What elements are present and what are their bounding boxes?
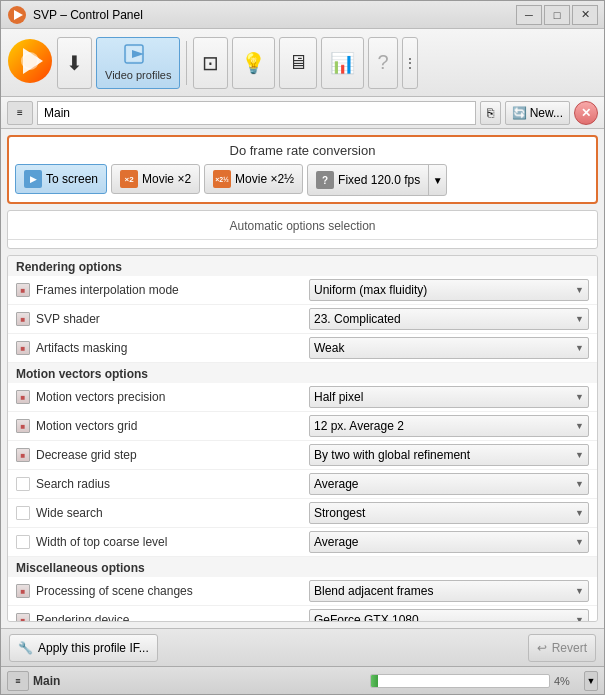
settings-panel: Rendering options ■ Frames interpolation… xyxy=(7,255,598,622)
screen-icon: ▶ xyxy=(24,170,42,188)
title-text: SVP – Control Panel xyxy=(33,8,516,22)
wide-search-checkbox[interactable] xyxy=(16,506,30,520)
frc-fixed-fps-button[interactable]: ? Fixed 120.0 fps ▼ xyxy=(307,164,447,196)
scene-changes-select[interactable]: Blend adjacent frames ▼ xyxy=(309,580,589,602)
lamp-button[interactable]: 💡 xyxy=(232,37,275,89)
motion-section-header: Motion vectors options xyxy=(8,363,597,383)
artifacts-mask-checkbox[interactable]: ■ xyxy=(16,341,30,355)
status-percent-label: 4% xyxy=(554,675,582,687)
mv-grid-checkbox[interactable]: ■ xyxy=(16,419,30,433)
revert-button[interactable]: ↩ Revert xyxy=(528,634,596,662)
chart-icon: 📊 xyxy=(330,51,355,75)
rendering-header-label: Rendering options xyxy=(16,260,122,274)
rendering-section-header: Rendering options xyxy=(8,256,597,276)
select-arrow-icon: ▼ xyxy=(575,479,584,489)
profile-menu-button[interactable]: ≡ xyxy=(7,101,33,125)
search-radius-select[interactable]: Average ▼ xyxy=(309,473,589,495)
frc-movie-x2-button[interactable]: ×2 Movie ×2 xyxy=(111,164,200,194)
mv-grid-value: 12 px. Average 2 ▼ xyxy=(309,415,589,437)
rendering-device-select[interactable]: GeForce GTX 1080 ▼ xyxy=(309,609,589,622)
mv-precision-select[interactable]: Half pixel ▼ xyxy=(309,386,589,408)
rendering-device-value: GeForce GTX 1080 ▼ xyxy=(309,609,589,622)
copy-profile-button[interactable]: ⎘ xyxy=(480,101,501,125)
status-menu-icon: ≡ xyxy=(15,676,20,686)
select-arrow-icon: ▼ xyxy=(575,421,584,431)
frc-buttons: ▶ To screen ×2 Movie ×2 ×2½ Movie ×2½ ? xyxy=(15,164,590,196)
svp-shader-value: 23. Complicated ▼ xyxy=(309,308,589,330)
table-row: ■ Motion vectors grid 12 px. Average 2 ▼ xyxy=(8,412,597,441)
status-menu-button[interactable]: ≡ xyxy=(7,671,29,691)
decrease-grid-checkbox[interactable]: ■ xyxy=(16,448,30,462)
close-button[interactable]: ✕ xyxy=(572,5,598,25)
apply-profile-button[interactable]: 🔧 Apply this profile IF... xyxy=(9,634,158,662)
app-logo xyxy=(7,38,53,87)
download-button[interactable]: ⬇ xyxy=(57,37,92,89)
scene-changes-checkbox[interactable]: ■ xyxy=(16,584,30,598)
frames-interp-checkbox[interactable]: ■ xyxy=(16,283,30,297)
svp-shader-checkbox[interactable]: ■ xyxy=(16,312,30,326)
rendering-device-checkbox[interactable]: ■ xyxy=(16,613,30,622)
frames-interp-select[interactable]: Uniform (max fluidity) ▼ xyxy=(309,279,589,301)
auto-options-title: Automatic options selection xyxy=(8,215,597,240)
help-button[interactable]: ? xyxy=(368,37,397,89)
new-profile-button[interactable]: 🔄 New... xyxy=(505,101,570,125)
search-radius-value: Average ▼ xyxy=(309,473,589,495)
mv-precision-checkbox[interactable]: ■ xyxy=(16,390,30,404)
video-profiles-button[interactable]: Video profiles xyxy=(96,37,180,89)
crop-icon: ⊡ xyxy=(202,51,219,75)
wide-search-label: Wide search xyxy=(36,506,309,520)
search-radius-checkbox[interactable] xyxy=(16,477,30,491)
movie-x2half-label: Movie ×2½ xyxy=(235,172,294,186)
select-arrow-icon: ▼ xyxy=(575,314,584,324)
misc-section-header: Miscellaneous options xyxy=(8,557,597,577)
x2half-icon: ×2½ xyxy=(213,170,231,188)
help-icon: ? xyxy=(377,51,388,74)
status-dropdown-button[interactable]: ▼ xyxy=(584,671,598,691)
frc-section: Do frame rate conversion ▶ To screen ×2 … xyxy=(7,135,598,204)
table-row: ■ Frames interpolation mode Uniform (max… xyxy=(8,276,597,305)
hamburger-icon: ≡ xyxy=(17,107,23,118)
table-row: ■ Decrease grid step By two with global … xyxy=(8,441,597,470)
artifacts-mask-label: Artifacts masking xyxy=(36,341,309,355)
decrease-grid-label: Decrease grid step xyxy=(36,448,309,462)
misc-header-label: Miscellaneous options xyxy=(16,561,145,575)
main-content: Do frame rate conversion ▶ To screen ×2 … xyxy=(1,129,604,628)
wide-search-select[interactable]: Strongest ▼ xyxy=(309,502,589,524)
decrease-grid-value: By two with global refinement ▼ xyxy=(309,444,589,466)
maximize-button[interactable]: □ xyxy=(544,5,570,25)
video-icon xyxy=(124,44,152,67)
top-coarse-select[interactable]: Average ▼ xyxy=(309,531,589,553)
display-button[interactable]: 🖥 xyxy=(279,37,317,89)
table-row: ■ Artifacts masking Weak ▼ xyxy=(8,334,597,363)
profile-name-input[interactable] xyxy=(37,101,476,125)
delete-profile-button[interactable]: ✕ xyxy=(574,101,598,125)
more-button[interactable]: ⋮ xyxy=(402,37,418,89)
bottom-bar: 🔧 Apply this profile IF... ↩ Revert xyxy=(1,628,604,666)
top-coarse-checkbox[interactable] xyxy=(16,535,30,549)
chart-button[interactable]: 📊 xyxy=(321,37,364,89)
crop-button[interactable]: ⊡ xyxy=(193,37,228,89)
svp-shader-label: SVP shader xyxy=(36,312,309,326)
toolbar: ⬇ Video profiles ⊡ 💡 🖥 📊 xyxy=(1,29,604,97)
video-profiles-label: Video profiles xyxy=(105,69,171,81)
mv-precision-value: Half pixel ▼ xyxy=(309,386,589,408)
profile-bar: ≡ ⎘ 🔄 New... ✕ xyxy=(1,97,604,129)
select-arrow-icon: ▼ xyxy=(575,285,584,295)
wide-search-value: Strongest ▼ xyxy=(309,502,589,524)
rendering-device-label: Rendering device xyxy=(36,613,309,622)
mv-precision-label: Motion vectors precision xyxy=(36,390,309,404)
dropdown-arrow-icon[interactable]: ▼ xyxy=(428,165,446,195)
select-arrow-icon: ▼ xyxy=(575,450,584,460)
artifacts-mask-select[interactable]: Weak ▼ xyxy=(309,337,589,359)
status-profile-label: Main xyxy=(33,674,370,688)
frc-to-screen-button[interactable]: ▶ To screen xyxy=(15,164,107,194)
minimize-button[interactable]: ─ xyxy=(516,5,542,25)
copy-icon: ⎘ xyxy=(487,106,494,120)
mv-grid-select[interactable]: 12 px. Average 2 ▼ xyxy=(309,415,589,437)
frc-movie-x2half-button[interactable]: ×2½ Movie ×2½ xyxy=(204,164,303,194)
frames-interp-value: Uniform (max fluidity) ▼ xyxy=(309,279,589,301)
select-arrow-icon: ▼ xyxy=(575,615,584,622)
svp-shader-select[interactable]: 23. Complicated ▼ xyxy=(309,308,589,330)
decrease-grid-select[interactable]: By two with global refinement ▼ xyxy=(309,444,589,466)
x2-icon: ×2 xyxy=(120,170,138,188)
